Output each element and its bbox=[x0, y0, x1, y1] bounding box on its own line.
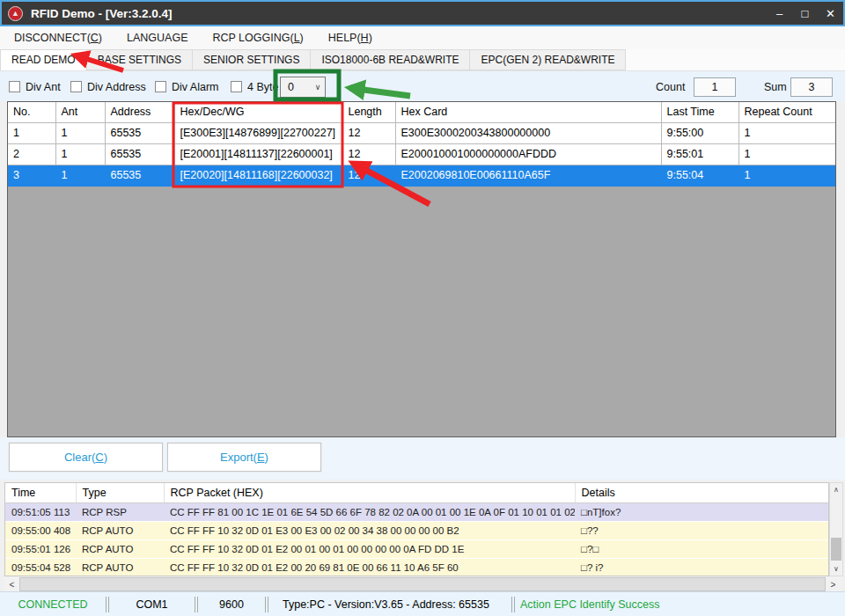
cell-rcp-packet[interactable]: CC FF FF 81 00 1C 1E 01 6E 54 5D 66 6F 7… bbox=[164, 502, 575, 521]
tab-iso18000-6b[interactable]: ISO18000-6B READ&WRITE bbox=[311, 49, 470, 70]
4byte-checkbox[interactable] bbox=[231, 81, 242, 92]
log-row[interactable]: 09:55:01 126 RCP AUTO CC FF FF 10 32 0D … bbox=[5, 539, 828, 558]
button-accel: C bbox=[95, 451, 103, 464]
col-type[interactable]: Type bbox=[76, 483, 164, 502]
menu-item-language[interactable]: LANGUAGE bbox=[114, 32, 200, 44]
count-field[interactable]: 1 bbox=[694, 77, 736, 97]
cell-time[interactable]: 09:55:04 528 bbox=[5, 558, 76, 576]
close-icon[interactable]: ✕ bbox=[818, 7, 843, 20]
div-address-checkbox[interactable] bbox=[70, 81, 82, 92]
cell-time[interactable]: 09:51:05 113 bbox=[5, 502, 76, 521]
cell-rcp-packet[interactable]: CC FF FF 10 32 0D 01 E3 00 E3 00 02 00 3… bbox=[164, 521, 575, 539]
maximize-icon[interactable]: □ bbox=[792, 7, 818, 20]
cell-repeat-count[interactable]: 1 bbox=[738, 165, 835, 186]
cell-type[interactable]: RCP RSP bbox=[76, 502, 164, 521]
export-button[interactable]: Export(E) bbox=[167, 443, 321, 472]
col-rcp-packet[interactable]: RCP Packet (HEX) bbox=[164, 483, 575, 502]
checkbox-group-4byte[interactable]: 4 Byte bbox=[231, 71, 278, 102]
tab-base-settings[interactable]: BASE SETTINGS bbox=[87, 49, 193, 70]
cell-type[interactable]: RCP AUTO bbox=[76, 521, 164, 539]
cell-last-time[interactable]: 9:55:04 bbox=[661, 165, 738, 186]
4byte-label: 4 Byte bbox=[247, 81, 278, 93]
col-time[interactable]: Time bbox=[5, 483, 76, 502]
cell-ant[interactable]: 1 bbox=[55, 122, 105, 143]
col-details[interactable]: Details bbox=[575, 483, 828, 502]
cell-address[interactable]: 65535 bbox=[105, 122, 174, 143]
table-row[interactable]: 2 1 65535 [E20001][14811137][22600001] 1… bbox=[8, 143, 835, 165]
cell-no[interactable]: 2 bbox=[8, 143, 55, 165]
cell-details[interactable]: □? i? bbox=[575, 558, 828, 576]
col-length[interactable]: Length bbox=[342, 102, 395, 122]
cell-length[interactable]: 12 bbox=[342, 165, 395, 186]
scroll-right-icon[interactable]: > bbox=[826, 577, 841, 591]
tab-epc-gen2[interactable]: EPC(GEN 2) READ&WRITE bbox=[470, 49, 626, 70]
cell-details[interactable]: □nT]fox? bbox=[575, 502, 828, 521]
col-last-time[interactable]: Last Time bbox=[661, 102, 738, 122]
sum-field[interactable]: 3 bbox=[790, 77, 833, 97]
div-alarm-label: Div Alarm bbox=[172, 81, 218, 93]
log-row[interactable]: 09:51:05 113 RCP RSP CC FF FF 81 00 1C 1… bbox=[5, 502, 828, 521]
cell-hex-dec-wg[interactable]: [E20001][14811137][22600001] bbox=[174, 143, 342, 165]
div-alarm-checkbox[interactable] bbox=[155, 81, 166, 92]
scroll-up-icon[interactable]: ∧ bbox=[830, 483, 842, 496]
col-repeat-count[interactable]: Repeat Count bbox=[738, 102, 835, 122]
menu-item-help[interactable]: HELP(H) bbox=[316, 32, 385, 44]
log-row[interactable]: 09:55:04 528 RCP AUTO CC FF FF 10 32 0D … bbox=[5, 558, 828, 576]
byte-offset-dropdown[interactable]: 0 ∨ bbox=[280, 77, 326, 98]
cell-hex-card[interactable]: E300E3000200343800000000 bbox=[395, 122, 661, 143]
cell-last-time[interactable]: 9:55:00 bbox=[661, 122, 738, 143]
cell-hex-card[interactable]: E200010001000000000AFDDD bbox=[395, 143, 661, 165]
col-hex-dec-wg[interactable]: Hex/Dec/WG bbox=[174, 102, 342, 122]
cell-last-time[interactable]: 9:55:01 bbox=[661, 143, 738, 165]
cell-details[interactable]: □?□ bbox=[575, 539, 828, 558]
cell-rcp-packet[interactable]: CC FF FF 10 32 0D 01 E2 00 20 69 81 0E 0… bbox=[164, 558, 575, 576]
log-horizontal-scrollbar[interactable]: < > bbox=[4, 577, 841, 591]
cell-rcp-packet[interactable]: CC FF FF 10 32 0D 01 E2 00 01 00 01 00 0… bbox=[164, 539, 575, 558]
cell-hex-dec-wg[interactable]: [E300E3][14876899][22700227] bbox=[174, 122, 342, 143]
cell-time[interactable]: 09:55:00 408 bbox=[5, 521, 76, 539]
scroll-left-icon[interactable]: < bbox=[4, 577, 19, 591]
tab-senior-settings[interactable]: SENIOR SETTINGS bbox=[193, 49, 311, 70]
minimize-icon[interactable]: – bbox=[767, 7, 792, 20]
log-vertical-scrollbar[interactable]: ∧ ∨ bbox=[829, 482, 843, 576]
vscroll-thumb[interactable] bbox=[831, 538, 841, 561]
button-panel: Clear(C) Export(E) bbox=[0, 437, 845, 480]
cell-type[interactable]: RCP AUTO bbox=[76, 539, 164, 558]
cell-length[interactable]: 12 bbox=[342, 143, 395, 165]
sum-label: Sum bbox=[764, 71, 787, 102]
checkbox-group-div-alarm[interactable]: Div Alarm bbox=[155, 71, 218, 102]
cell-details[interactable]: □?? bbox=[575, 521, 828, 539]
menu-item-rcp-logging[interactable]: RCP LOGGING(L) bbox=[200, 32, 315, 44]
scroll-down-icon[interactable]: ∨ bbox=[830, 562, 842, 576]
table-row[interactable]: 1 1 65535 [E300E3][14876899][22700227] 1… bbox=[8, 122, 835, 143]
cell-no[interactable]: 1 bbox=[8, 122, 55, 143]
cell-repeat-count[interactable]: 1 bbox=[738, 143, 835, 165]
cell-hex-card[interactable]: E2002069810E00661110A65F bbox=[395, 165, 661, 186]
checkbox-group-div-address[interactable]: Div Address bbox=[70, 71, 146, 102]
cell-no[interactable]: 3 bbox=[8, 165, 55, 186]
cell-ant[interactable]: 1 bbox=[55, 165, 105, 186]
clear-button[interactable]: Clear(C) bbox=[9, 443, 163, 472]
cell-type[interactable]: RCP AUTO bbox=[76, 558, 164, 576]
cell-time[interactable]: 09:55:01 126 bbox=[5, 539, 76, 558]
checkbox-group-div-ant[interactable]: Div Ant bbox=[9, 71, 61, 102]
col-hex-card[interactable]: Hex Card bbox=[395, 102, 661, 122]
cell-length[interactable]: 12 bbox=[342, 122, 395, 143]
cell-address[interactable]: 65535 bbox=[105, 165, 174, 186]
div-ant-checkbox[interactable] bbox=[9, 81, 20, 92]
table-row-selected[interactable]: 3 1 65535 [E20020][14811168][22600032] 1… bbox=[8, 165, 835, 186]
cell-ant[interactable]: 1 bbox=[55, 143, 105, 165]
cell-address[interactable]: 65535 bbox=[105, 143, 174, 165]
hscroll-thumb[interactable] bbox=[20, 578, 825, 590]
cell-hex-dec-wg[interactable]: [E20020][14811168][22600032] bbox=[174, 165, 342, 186]
window-controls: – □ ✕ bbox=[767, 2, 843, 25]
rcp-log-container: Time Type RCP Packet (HEX) Details 09:51… bbox=[4, 482, 829, 576]
log-row[interactable]: 09:55:00 408 RCP AUTO CC FF FF 10 32 0D … bbox=[5, 521, 828, 539]
col-address[interactable]: Address bbox=[105, 102, 174, 122]
menu-item-disconnect[interactable]: DISCONNECT(C) bbox=[2, 32, 114, 44]
dropdown-value: 0 bbox=[281, 81, 311, 93]
col-ant[interactable]: Ant bbox=[55, 102, 105, 122]
tab-read-demo[interactable]: READ DEMO bbox=[0, 49, 87, 70]
col-no[interactable]: No. bbox=[8, 102, 55, 122]
cell-repeat-count[interactable]: 1 bbox=[738, 122, 835, 143]
